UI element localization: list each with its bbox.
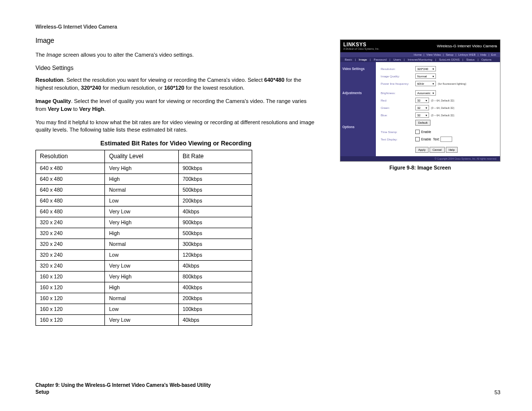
ss-plf-select[interactable]: 60Hz [415,81,436,86]
page-number: 53 [495,389,500,395]
quality-paragraph: Image Quality. Select the level of quali… [35,98,316,113]
ss-quality-select[interactable]: Normal [415,73,436,79]
ss-nav-item[interactable]: Home [414,53,422,56]
bitrate-paragraph: You may find it helpful to know what the… [35,119,316,134]
intro-text: The Image screen allows you to alter the… [35,51,316,59]
ss-default-button[interactable]: Default [415,120,431,126]
ss-sidebar: Video Settings Adjustments Options [340,62,376,156]
col-bitrate: Bit Rate [178,150,252,163]
table-row: 160 x 120Low100kbps [36,304,252,314]
resolution-paragraph: Resolution. Select the resolution you wa… [35,76,316,92]
ss-group-options: Options [342,123,374,132]
ss-group-video: Video Settings [342,65,374,73]
table-row: 320 x 240Very High900kbps [36,217,252,228]
footer-section: Setup [35,389,211,396]
ss-brand: LINKSYS [343,42,379,47]
right-column: LINKSYS A Division of Cisco Systems, Inc… [340,36,500,326]
table-row: 640 x 480Low200kbps [36,195,252,206]
table-row: 640 x 480Normal500kbps [36,184,252,195]
table-row: 160 x 120Normal200kbps [36,293,252,304]
ss-help-button[interactable]: Help [446,147,458,153]
col-resolution: Resolution [36,150,105,163]
footer-chapter: Chapter 9: Using the Wireless-G Internet… [35,382,211,389]
page-footer: Chapter 9: Using the Wireless-G Internet… [35,382,500,395]
ss-tab-item[interactable]: Basic [345,58,352,61]
ss-nav-item[interactable]: Linksys WEB [458,53,475,56]
ss-main: Resolution:320*240 Image Quality:Normal … [376,62,500,156]
ss-tab-item[interactable]: Status [466,58,474,61]
ss-blue-select[interactable]: 32 [415,112,429,118]
table-row: 640 x 480Very Low40kbps [36,206,252,217]
col-quality: Quality Level [105,150,178,163]
figure-caption: Figure 9-8: Image Screen [390,165,451,171]
ss-red-select[interactable]: 32 [415,98,429,103]
figure-image-screen: LINKSYS A Division of Cisco Systems, Inc… [340,39,500,162]
ss-tab-item[interactable]: Password [373,58,386,61]
ss-nav-item[interactable]: View Video [427,53,441,56]
ss-brightness-select[interactable]: Automatic [415,90,436,96]
table-row: 640 x 480High700kbps [36,173,252,184]
ss-product: Wireless-G Internet Video Camera [437,44,497,48]
ss-nav-primary: Home|View Video|Setup|Linksys WEB|Help|E… [340,52,500,57]
table-title: Estimated Bit Rates for Video Viewing or… [35,140,316,147]
table-row: 320 x 240Low120kbps [36,249,252,260]
ss-nav-secondary: Basic|Image|Password|Users|Intranet/Moni… [340,57,500,62]
ss-tab-item[interactable]: Options [481,58,492,61]
section-title: Image [35,36,316,44]
table-row: 640 x 480Very High900kbps [36,163,252,173]
ss-resolution-select[interactable]: 320*240 [415,66,436,71]
bitrate-table: Resolution Quality Level Bit Rate 640 x … [35,150,252,326]
ss-nav-item[interactable]: Help [480,53,486,56]
table-row: 160 x 120High400kbps [36,282,252,293]
table-row: 160 x 120Very High800kbps [36,271,252,282]
ss-timestamp-check[interactable] [415,130,420,134]
document-header: Wireless-G Internet Video Camera [35,24,500,30]
ss-tab-item[interactable]: Intranet/Monitoring [408,58,432,61]
ss-subbrand: A Division of Cisco Systems, Inc. [343,47,379,50]
ss-green-select[interactable]: 32 [415,105,429,110]
ss-textdisplay-check[interactable] [415,137,420,141]
ss-apply-button[interactable]: Apply [415,147,429,153]
ss-text-input[interactable] [440,137,452,142]
ss-cancel-button[interactable]: Cancel [430,147,445,153]
subsection-title: Video Settings [35,65,316,71]
ss-nav-item[interactable]: Setup [446,53,454,56]
ss-tab-item[interactable]: Users [393,58,401,61]
table-row: 320 x 240High500kbps [36,228,252,239]
ss-group-adjust: Adjustments [342,89,374,98]
intro-post: screen allows you to alter the Camera's … [62,52,194,58]
ss-tab-item[interactable]: Image [359,58,367,61]
ss-copyright: © Copyright 2004 Cisco Systems, Inc. All… [340,156,500,161]
ss-nav-item[interactable]: Exit [491,53,496,56]
intro-pre: The [35,52,46,58]
table-row: 320 x 240Normal300kbps [36,239,252,249]
reso-bold: Resolution [35,77,64,83]
left-column: Image The Image screen allows you to alt… [35,36,316,326]
intro-em: Image [46,52,62,58]
ss-tab-item[interactable]: SoloLink DDNS [439,58,460,61]
table-row: 320 x 240Very Low40kbps [36,260,252,271]
table-row: 160 x 120Very Low40kbps [36,314,252,325]
